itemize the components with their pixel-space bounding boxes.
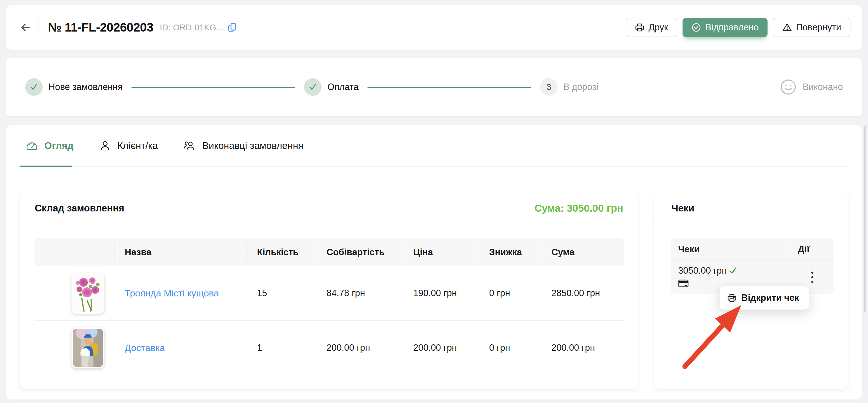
cost-cell: 200.00 грн xyxy=(316,343,403,353)
tab-overview[interactable]: Огляд xyxy=(26,140,73,152)
header-bar: № 11-FL-20260203 ID: ORD-01KG... Друк Ві… xyxy=(6,5,862,50)
checkmark-icon xyxy=(30,83,38,91)
copy-order-id-button[interactable] xyxy=(227,23,238,32)
step-label: Оплата xyxy=(328,82,359,92)
receipt-cell: 3050.00 грн xyxy=(671,266,791,289)
order-items-table: Назва Кількість Собівартість Ціна Знижка… xyxy=(34,238,624,375)
tabs: Огляд Клієнт/ка Виконавці замовлення xyxy=(26,140,304,152)
smiley-icon xyxy=(780,79,797,95)
order-details-page: № 11-FL-20260203 ID: ORD-01KG... Друк Ві… xyxy=(0,0,868,403)
receipts-title: Чеки xyxy=(672,203,694,214)
step-new-order: Нове замовлення xyxy=(25,78,123,96)
qty-cell: 15 xyxy=(247,288,316,299)
scrollbar-thumb[interactable] xyxy=(864,126,866,312)
cost-cell: 84.78 грн xyxy=(316,288,403,299)
order-items-title: Склад замовлення xyxy=(35,203,124,214)
discount-cell: 0 грн xyxy=(479,288,541,299)
people-icon xyxy=(183,140,196,152)
sum-cell: 200.00 грн xyxy=(541,343,624,353)
table-header-row: Назва Кількість Собівартість Ціна Знижка… xyxy=(34,238,624,266)
order-main-panel: Огляд Клієнт/ка Виконавці замовлення xyxy=(6,125,862,400)
warning-triangle-icon xyxy=(782,23,792,32)
tab-overview-label: Огляд xyxy=(44,140,73,151)
product-link[interactable]: Доставка xyxy=(114,343,247,353)
order-id-label: ID: ORD-01KG... xyxy=(160,23,223,32)
col-price: Ціна xyxy=(403,247,479,257)
print-button-label: Друк xyxy=(648,22,668,33)
step-done-circle xyxy=(304,78,321,96)
step-completed: Виконано xyxy=(780,79,843,95)
price-cell: 200.00 грн xyxy=(403,343,479,353)
order-total: Сума: 3050.00 грн xyxy=(534,203,623,214)
price-cell: 190.00 грн xyxy=(403,288,479,299)
step-done-circle xyxy=(25,78,43,96)
step-payment: Оплата xyxy=(304,78,359,96)
open-receipt-menu-item[interactable]: Відкрити чек xyxy=(720,286,809,310)
qty-cell: 1 xyxy=(247,343,316,353)
person-icon xyxy=(99,140,111,152)
return-button-label: Повернути xyxy=(796,22,841,33)
tabs-underline-track xyxy=(20,166,848,167)
col-sum: Сума xyxy=(541,247,624,257)
status-sent-button[interactable]: Відправлено xyxy=(683,18,767,37)
gauge-icon xyxy=(26,140,38,152)
step-connector-done xyxy=(131,87,295,88)
return-button[interactable]: Повернути xyxy=(773,18,850,37)
open-receipt-label: Відкрити чек xyxy=(741,292,799,303)
step-label: Виконано xyxy=(803,82,843,92)
order-items-card: Склад замовлення Сума: 3050.00 грн Назва… xyxy=(20,193,638,389)
print-button[interactable]: Друк xyxy=(626,18,677,37)
receipt-amount: 3050.00 грн xyxy=(678,266,726,276)
col-cost: Собівартість xyxy=(316,247,403,257)
table-row: Троянда Місті кущова 15 84.78 грн 190.00… xyxy=(34,266,624,321)
tab-client-label: Клієнт/ка xyxy=(117,140,158,151)
order-progress-stepper: Нове замовлення Оплата 3 В дорозі Вико xyxy=(6,58,862,116)
col-discount: Знижка xyxy=(479,247,541,257)
page-title: № 11-FL-20260203 xyxy=(48,21,153,34)
receipts-table: Чеки Дії 3050.00 грн xyxy=(671,238,834,294)
step-label: Нове замовлення xyxy=(49,82,123,92)
tab-client[interactable]: Клієнт/ка xyxy=(99,140,158,152)
receipts-header-row: Чеки Дії xyxy=(671,238,834,260)
paid-checkmark-icon xyxy=(728,266,737,275)
product-image-roses xyxy=(71,273,104,314)
printer-icon xyxy=(635,23,644,32)
header-divider xyxy=(38,19,39,36)
checkmark-icon xyxy=(308,83,317,91)
check-circle-icon xyxy=(691,23,701,32)
step-number-circle: 3 xyxy=(540,78,558,96)
discount-cell: 0 грн xyxy=(479,343,541,353)
col-name: Назва xyxy=(114,247,247,257)
copy-icon xyxy=(227,23,238,32)
tab-executors-label: Виконавці замовлення xyxy=(202,140,303,151)
col-actions: Дії xyxy=(791,244,834,255)
tabs-underline-active xyxy=(20,165,72,167)
step-in-transit: 3 В дорозі xyxy=(540,78,598,96)
credit-card-icon xyxy=(678,279,689,288)
col-qty: Кількість xyxy=(247,247,316,257)
table-row: Доставка 1 200.00 грн 200.00 грн 0 грн 2… xyxy=(34,321,624,375)
sum-cell: 2850.00 грн xyxy=(541,288,624,299)
product-link[interactable]: Троянда Місті кущова xyxy=(114,288,247,299)
back-button[interactable] xyxy=(18,19,34,36)
status-sent-label: Відправлено xyxy=(705,22,758,33)
product-image-delivery xyxy=(71,328,104,368)
step-connector-pending xyxy=(607,87,771,87)
arrow-left-icon xyxy=(19,21,32,34)
col-receipts: Чеки xyxy=(671,244,791,255)
step-label: В дорозі xyxy=(563,82,598,92)
receipt-actions-menu-button[interactable] xyxy=(808,269,816,286)
printer-icon xyxy=(727,293,737,303)
step-connector-done xyxy=(367,87,531,88)
tab-executors[interactable]: Виконавці замовлення xyxy=(183,140,303,152)
